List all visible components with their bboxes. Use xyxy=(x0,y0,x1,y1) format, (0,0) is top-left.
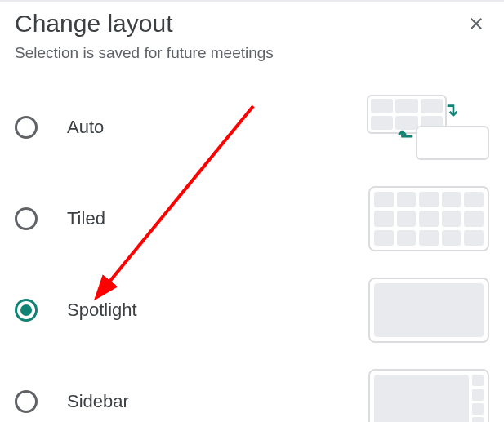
radio-tiled[interactable] xyxy=(15,207,38,230)
option-label: Tiled xyxy=(67,208,368,229)
tiled-preview-icon xyxy=(368,186,489,251)
layout-option-tiled[interactable]: Tiled xyxy=(0,173,504,264)
auto-preview-icon: ↴ ⬑ xyxy=(367,95,489,160)
layout-option-spotlight[interactable]: Spotlight xyxy=(0,264,504,356)
dialog-header: Change layout xyxy=(0,2,504,38)
option-label: Auto xyxy=(67,117,367,138)
layout-options: Auto ↴ ⬑ Tiled Spotlight S xyxy=(0,82,504,422)
close-icon xyxy=(466,11,486,38)
dialog-title: Change layout xyxy=(15,10,172,38)
layout-option-sidebar[interactable]: Sidebar xyxy=(0,356,504,422)
radio-auto[interactable] xyxy=(15,116,38,139)
radio-spotlight[interactable] xyxy=(15,299,38,322)
radio-sidebar[interactable] xyxy=(15,390,38,413)
option-label: Spotlight xyxy=(67,300,368,321)
layout-option-auto[interactable]: Auto ↴ ⬑ xyxy=(0,82,504,173)
dialog-subtitle: Selection is saved for future meetings xyxy=(0,38,504,82)
option-label: Sidebar xyxy=(67,391,368,412)
sidebar-preview-icon xyxy=(368,369,489,422)
spotlight-preview-icon xyxy=(368,278,489,343)
close-button[interactable] xyxy=(462,13,491,38)
